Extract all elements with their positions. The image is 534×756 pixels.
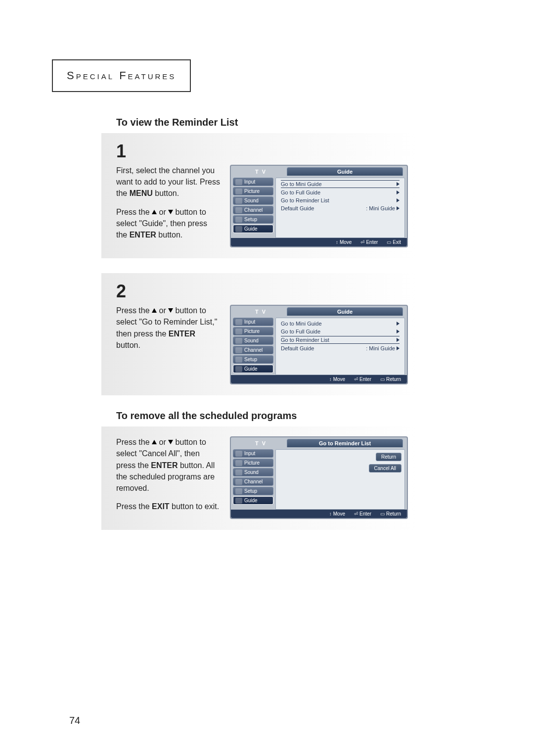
arrow-right-icon bbox=[397, 322, 400, 326]
osd-menu-guide: Guide bbox=[233, 225, 273, 233]
osd-menu-input: Input bbox=[233, 178, 273, 186]
osd-screenshot-3: T VGo to Reminder List Input Picture Sou… bbox=[230, 436, 408, 519]
osd-screenshot-2: T VGuide Input Picture Sound Channel Set… bbox=[230, 305, 408, 384]
osd-menu-input: Input bbox=[233, 318, 273, 326]
arrow-right-icon bbox=[397, 338, 400, 342]
osd-cancel-all-button: Cancel All bbox=[369, 464, 401, 472]
osd-screenshot-1: T VGuide Input Picture Sound Channel Set… bbox=[230, 165, 408, 247]
osd-menu-setup: Setup bbox=[233, 215, 273, 224]
section-header-text: Special Features bbox=[67, 69, 176, 82]
page-number: 74 bbox=[69, 715, 80, 726]
section-header: Special Features bbox=[52, 59, 191, 92]
osd-menu-picture: Picture bbox=[233, 459, 273, 467]
osd-menu-channel: Channel bbox=[233, 206, 273, 214]
arrow-right-icon bbox=[397, 206, 400, 210]
step-number: 1 bbox=[116, 141, 408, 162]
osd-menu-guide: Guide bbox=[233, 496, 273, 505]
step-number: 2 bbox=[116, 281, 408, 302]
osd-menu-sound: Sound bbox=[233, 196, 273, 205]
down-icon bbox=[168, 210, 173, 214]
osd-menu-setup: Setup bbox=[233, 487, 273, 495]
osd-menu-picture: Picture bbox=[233, 187, 273, 195]
osd-return-button: Return bbox=[376, 453, 401, 461]
osd-menu-sound: Sound bbox=[233, 468, 273, 476]
arrow-right-icon bbox=[397, 330, 400, 333]
up-icon bbox=[152, 210, 157, 214]
heading-remove-all: To remove all the scheduled programs bbox=[116, 410, 418, 422]
heading-view-reminder: To view the Reminder List bbox=[116, 117, 418, 128]
osd-menu-channel: Channel bbox=[233, 346, 273, 354]
osd-menu-setup: Setup bbox=[233, 355, 273, 364]
osd-menu-picture: Picture bbox=[233, 327, 273, 335]
down-icon bbox=[168, 440, 173, 444]
arrow-right-icon bbox=[397, 346, 400, 350]
arrow-right-icon bbox=[397, 198, 400, 202]
osd-menu-channel: Channel bbox=[233, 477, 273, 486]
down-icon bbox=[168, 308, 173, 313]
step-3: Press the or button to select "Cancel Al… bbox=[101, 426, 418, 530]
osd-menu-sound: Sound bbox=[233, 336, 273, 345]
step-2-text: Press the or button to select "Go to Rem… bbox=[116, 305, 220, 384]
osd-menu-guide: Guide bbox=[233, 365, 273, 373]
step-3-text: Press the or button to select "Cancel Al… bbox=[116, 436, 220, 519]
up-icon bbox=[152, 440, 157, 444]
arrow-right-icon bbox=[397, 182, 400, 186]
step-1-text: First, select the channel you want to ad… bbox=[116, 165, 220, 247]
osd-menu-input: Input bbox=[233, 449, 273, 458]
step-2: 2 Press the or button to select "Go to R… bbox=[101, 273, 418, 395]
arrow-right-icon bbox=[397, 190, 400, 194]
up-icon bbox=[152, 308, 157, 313]
step-1: 1 First, select the channel you want to … bbox=[101, 133, 418, 258]
